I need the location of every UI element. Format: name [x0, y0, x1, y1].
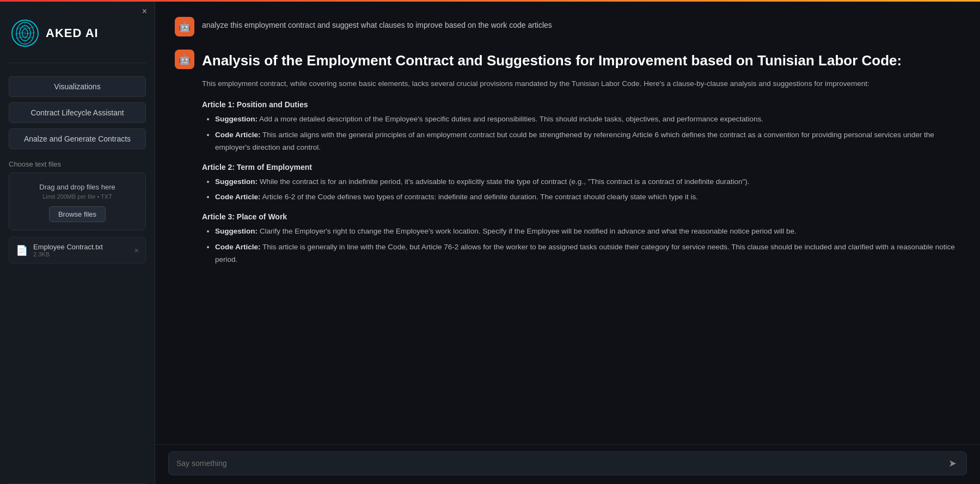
drop-zone-subtitle: Limit 200MB per file • TXT: [17, 193, 138, 200]
file-drop-zone[interactable]: Drag and drop files here Limit 200MB per…: [9, 173, 146, 230]
article-1-title: Article 1: Position and Duties: [202, 100, 960, 109]
article-3-title: Article 3: Place of Work: [202, 212, 960, 221]
uploaded-file-item: 📄 Employee Contract.txt 2.3KB ×: [9, 237, 146, 264]
article-3-bullets: Suggestion: Clarify the Employer's right…: [202, 225, 960, 266]
file-size: 2.3KB: [33, 251, 129, 258]
article-2-bullet-2-text: Article 6-2 of the Code defines two type…: [261, 193, 698, 201]
chat-input-wrapper: ➤: [168, 451, 967, 475]
article-3-bullet-2-text: This article is generally in line with t…: [215, 243, 955, 264]
user-message-text: analyze this employment contract and sug…: [202, 19, 960, 31]
article-1-bullet-1: Suggestion: Add a more detailed descript…: [215, 113, 960, 126]
article-2-bullet-1-label: Suggestion:: [215, 177, 258, 186]
ai-message-body: Analysis of the Employment Contract and …: [202, 50, 960, 275]
send-icon: ➤: [948, 458, 957, 469]
article-2-bullet-1: Suggestion: While the contract is for an…: [215, 176, 960, 188]
chat-input[interactable]: [176, 459, 946, 468]
ai-message: 🤖 Analysis of the Employment Contract an…: [175, 50, 960, 275]
article-2-bullet-2-label: Code Article:: [215, 193, 261, 201]
ai-avatar-icon: 🤖: [179, 53, 191, 65]
article-2-bullet-2: Code Article: Article 6-2 of the Code de…: [215, 191, 960, 204]
article-1-bullet-1-text: Add a more detailed description of the E…: [258, 115, 763, 123]
article-1-bullet-2-label: Code Article:: [215, 131, 261, 139]
response-intro: This employment contract, while covering…: [202, 78, 960, 90]
article-3-section: Article 3: Place of Work Suggestion: Cla…: [202, 212, 960, 266]
user-message: 🤖 analyze this employment contract and s…: [175, 17, 960, 36]
main-content: 🤖 analyze this employment contract and s…: [155, 2, 980, 484]
article-2-title: Article 2: Term of Employment: [202, 163, 960, 171]
file-info: Employee Contract.txt 2.3KB: [33, 243, 129, 258]
sidebar: × AKED AI Visualizations Contract Lifecy…: [0, 2, 155, 484]
user-message-body: analyze this employment contract and sug…: [202, 17, 960, 36]
user-avatar-icon: 🤖: [179, 21, 191, 33]
article-1-bullet-2-text: This article aligns with the general pri…: [215, 131, 934, 151]
nav-contract-lifecycle[interactable]: Contract Lifecycle Assistant: [9, 102, 146, 123]
logo-icon: [11, 19, 39, 47]
article-1-bullets: Suggestion: Add a more detailed descript…: [202, 113, 960, 154]
browse-files-button[interactable]: Browse files: [49, 206, 106, 222]
nav-analyze-generate[interactable]: Analze and Generate Contracts: [9, 128, 146, 149]
file-section-label: Choose text files: [0, 149, 155, 173]
article-3-bullet-1-text: Clarify the Employer's right to change t…: [258, 227, 797, 235]
article-1-bullet-2: Code Article: This article aligns with t…: [215, 129, 960, 154]
article-3-bullet-2: Code Article: This article is generally …: [215, 241, 960, 266]
article-1-bullet-1-label: Suggestion:: [215, 115, 258, 123]
nav-buttons: Visualizations Contract Lifecycle Assist…: [0, 63, 155, 149]
ai-avatar: 🤖: [175, 50, 194, 69]
response-title: Analysis of the Employment Contract and …: [202, 52, 960, 70]
chat-input-area: ➤: [155, 444, 980, 484]
article-2-bullet-1-text: While the contract is for an indefinite …: [258, 177, 750, 186]
article-1-section: Article 1: Position and Duties Suggestio…: [202, 100, 960, 154]
article-3-bullet-2-label: Code Article:: [215, 243, 261, 251]
logo-area: AKED AI: [0, 2, 155, 63]
file-name: Employee Contract.txt: [33, 243, 129, 251]
article-3-bullet-1: Suggestion: Clarify the Employer's right…: [215, 225, 960, 238]
sidebar-close-button[interactable]: ×: [142, 7, 147, 16]
drop-zone-title: Drag and drop files here: [17, 183, 138, 191]
user-avatar: 🤖: [175, 17, 194, 36]
send-button[interactable]: ➤: [946, 457, 959, 469]
file-remove-button[interactable]: ×: [134, 247, 139, 254]
file-icon: 📄: [16, 244, 28, 256]
article-2-section: Article 2: Term of Employment Suggestion…: [202, 163, 960, 204]
app-layout: × AKED AI Visualizations Contract Lifecy…: [0, 2, 980, 484]
chat-messages: 🤖 analyze this employment contract and s…: [155, 2, 980, 444]
nav-visualizations[interactable]: Visualizations: [9, 76, 146, 97]
article-2-bullets: Suggestion: While the contract is for an…: [202, 176, 960, 204]
article-3-bullet-1-label: Suggestion:: [215, 227, 258, 235]
app-name: AKED AI: [46, 26, 99, 40]
